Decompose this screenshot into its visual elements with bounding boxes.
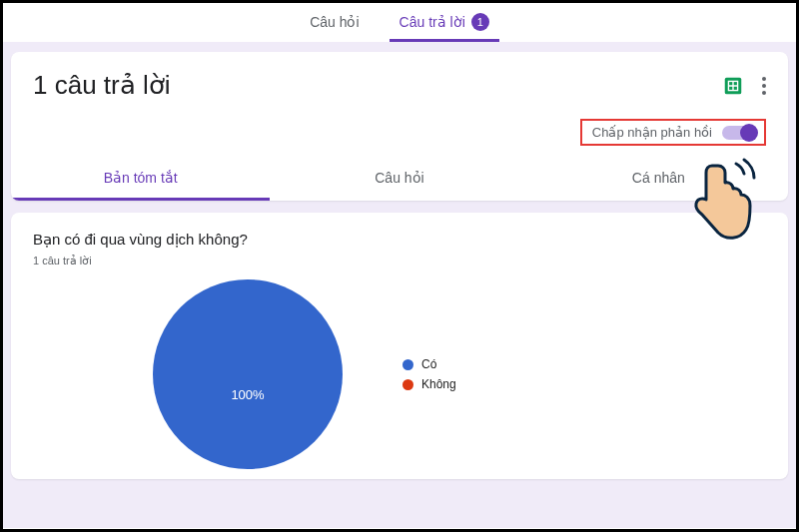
- legend-yes-label: Có: [421, 357, 436, 371]
- tab-questions[interactable]: Câu hỏi: [300, 7, 369, 42]
- sub-tabs: Bản tóm tắt Câu hỏi Cá nhân: [11, 156, 788, 201]
- legend-dot-blue: [402, 359, 413, 370]
- responses-title: 1 câu trả lời: [33, 70, 171, 101]
- chart-row: 100% Có Không: [33, 279, 766, 469]
- subtab-individual[interactable]: Cá nhân: [529, 156, 788, 201]
- question-count: 1 câu trả lời: [33, 255, 766, 267]
- subtab-question[interactable]: Câu hỏi: [270, 156, 528, 201]
- pie-chart: 100%: [153, 279, 343, 469]
- legend-item-yes: Có: [402, 357, 456, 371]
- accept-row: Chấp nhận phản hồi: [11, 101, 788, 156]
- subtab-summary[interactable]: Bản tóm tắt: [11, 156, 270, 201]
- legend-item-no: Không: [402, 377, 456, 391]
- accept-highlight: Chấp nhận phản hồi: [580, 119, 766, 146]
- top-tabs: Câu hỏi Câu trả lời 1: [3, 3, 796, 42]
- accept-label: Chấp nhận phản hồi: [592, 125, 712, 140]
- pie-slice-label: 100%: [231, 387, 264, 402]
- tab-questions-label: Câu hỏi: [310, 14, 359, 30]
- question-card: Bạn có đi qua vùng dịch không? 1 câu trả…: [11, 213, 788, 479]
- responses-card: 1 câu trả lời Chấp nhận phản hồi: [11, 52, 788, 201]
- subtab-summary-label: Bản tóm tắt: [104, 170, 178, 186]
- header-actions: [722, 75, 766, 97]
- tab-responses[interactable]: Câu trả lời 1: [390, 7, 499, 42]
- tab-responses-label: Câu trả lời: [400, 14, 465, 30]
- question-title: Bạn có đi qua vùng dịch không?: [33, 231, 766, 249]
- subtab-question-label: Câu hỏi: [375, 170, 423, 186]
- toggle-knob: [740, 124, 758, 142]
- responses-count-badge: 1: [471, 13, 489, 31]
- accept-toggle[interactable]: [722, 126, 756, 140]
- content-area: 1 câu trả lời Chấp nhận phản hồi: [3, 42, 796, 528]
- subtab-individual-label: Cá nhân: [632, 170, 685, 186]
- more-icon[interactable]: [762, 77, 766, 95]
- sheets-icon[interactable]: [722, 75, 744, 97]
- chart-legend: Có Không: [402, 357, 456, 391]
- legend-dot-red: [402, 379, 413, 390]
- responses-header: 1 câu trả lời: [11, 52, 788, 101]
- legend-no-label: Không: [421, 377, 456, 391]
